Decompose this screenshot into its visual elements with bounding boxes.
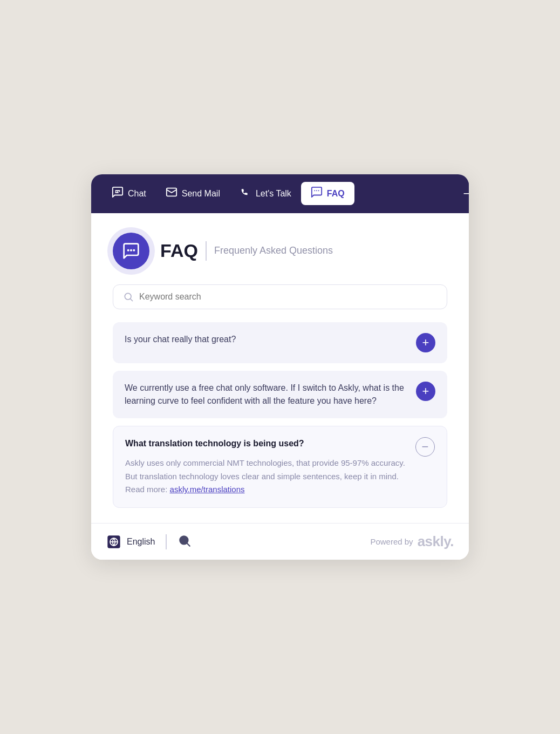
minus-icon: − (463, 187, 469, 201)
askly-dot: . (450, 533, 454, 549)
globe-icon (106, 534, 121, 549)
faq-item-3-answer: Askly uses only commercial NMT technolog… (125, 457, 407, 497)
search-input[interactable] (139, 292, 437, 302)
faq-list: Is your chat really that great? + We cur… (113, 322, 447, 523)
chat-icon (112, 186, 124, 201)
faq-item-3-content: What translation technology is being use… (125, 437, 407, 497)
send-mail-label: Send Mail (182, 189, 220, 199)
faq-header: FAQ Frequenly Asked Questions (113, 233, 447, 269)
main-content: FAQ Frequenly Asked Questions Is yo (91, 213, 469, 523)
faq-item-2-question: We currently use a free chat only softwa… (125, 382, 407, 407)
nav-item-chat[interactable]: Chat (102, 182, 156, 205)
askly-brand: askly (418, 533, 450, 549)
minimize-button[interactable]: − (455, 182, 469, 206)
svg-point-4 (127, 249, 129, 252)
footer: English Powered by askly. (91, 523, 469, 560)
faq-item-2[interactable]: We currently use a free chat only softwa… (113, 371, 447, 418)
lets-talk-label: Let's Talk (256, 189, 291, 199)
nav-bar: Chat Send Mail Let's Talk (91, 174, 469, 213)
faq-item-2-toggle[interactable]: + (416, 382, 435, 401)
nav-item-lets-talk[interactable]: Let's Talk (230, 182, 301, 205)
faq-item-1-question: Is your chat really that great? (125, 333, 407, 346)
svg-point-2 (119, 192, 120, 193)
footer-search-icon-btn[interactable] (177, 534, 192, 550)
search-bar[interactable] (113, 284, 447, 309)
language-selector[interactable]: English (106, 534, 155, 549)
faq-avatar-icon (122, 242, 140, 260)
svg-point-6 (133, 249, 135, 252)
faq-item-3-answer-link[interactable]: askly.me/translations (170, 485, 245, 494)
footer-search-icon (177, 534, 192, 548)
faq-item-3-question: What translation technology is being use… (125, 437, 407, 450)
mail-icon (166, 186, 177, 201)
faq-item-1-toggle[interactable]: + (416, 333, 435, 352)
footer-powered-by: Powered by askly. (370, 533, 454, 550)
phone-icon (240, 186, 251, 201)
widget-container: Chat Send Mail Let's Talk (91, 174, 469, 560)
askly-logo: askly. (418, 533, 454, 550)
faq-nav-icon (311, 186, 323, 201)
faq-title-group: FAQ Frequenly Asked Questions (160, 240, 333, 261)
faq-item-3[interactable]: What translation technology is being use… (113, 426, 447, 508)
faq-title-divider (206, 241, 207, 261)
faq-title: FAQ (160, 240, 198, 261)
device-frame: Chat Send Mail Let's Talk (70, 148, 490, 586)
powered-by-label: Powered by (370, 537, 413, 546)
faq-item-3-answer-text: Askly uses only commercial NMT technolog… (125, 458, 405, 494)
footer-separator (166, 534, 167, 549)
faq-item-3-toggle[interactable]: − (415, 437, 435, 457)
faq-item-2-content: We currently use a free chat only softwa… (125, 382, 407, 407)
faq-avatar (113, 233, 149, 269)
chat-label: Chat (128, 189, 146, 199)
svg-point-1 (117, 192, 118, 193)
nav-item-send-mail[interactable]: Send Mail (156, 182, 230, 205)
svg-point-0 (115, 192, 116, 193)
faq-item-1[interactable]: Is your chat really that great? + (113, 322, 447, 363)
faq-item-1-content: Is your chat really that great? (125, 333, 407, 346)
svg-point-5 (130, 249, 132, 252)
faq-label: FAQ (327, 189, 345, 199)
language-label: English (127, 537, 155, 547)
nav-item-faq[interactable]: FAQ (301, 182, 354, 205)
faq-subtitle: Frequenly Asked Questions (214, 245, 333, 256)
search-icon (123, 291, 134, 302)
